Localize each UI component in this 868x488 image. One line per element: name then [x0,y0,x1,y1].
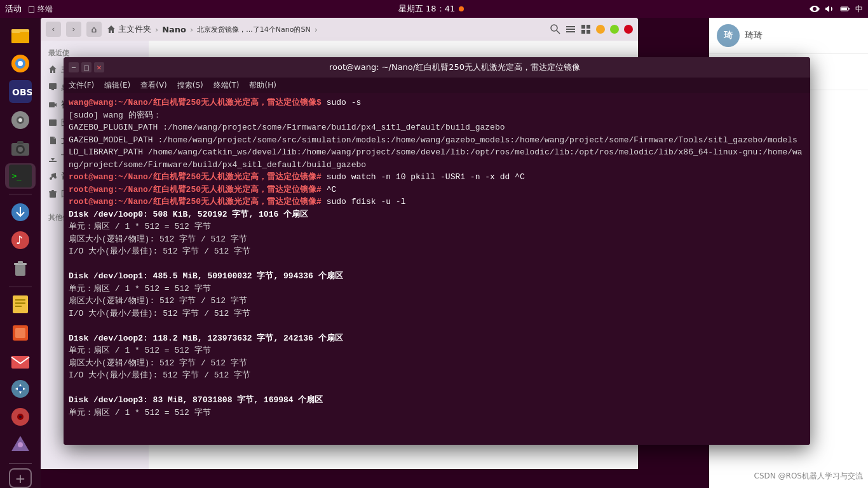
terminal-line: 单元：扇区 / 1 * 512 = 512 字节 [69,220,805,233]
nav-back-button[interactable]: ‹ [46,22,61,37]
output-text: 扇区大小(逻辑/物理): 512 字节 / 512 字节 [69,296,247,306]
terminal-line: 单元：扇区 / 1 * 512 = 512 字节 [69,344,805,357]
svg-rect-54 [49,161,57,162]
dock-item-files[interactable] [5,23,36,48]
menu-edit[interactable]: 编辑(E) [104,80,130,91]
datetime-label: 星期五 18：41 [398,3,455,15]
svg-rect-44 [566,31,575,32]
terminal-line: GAZEBO_PLUGIN_PATH :/home/wang/project/s… [69,121,805,134]
svg-rect-25 [18,261,23,264]
dock-item-obs[interactable]: OBS [5,79,36,104]
dock-item-firefox[interactable] [5,51,36,76]
list-view-icon[interactable] [566,24,576,34]
dock-item-layers[interactable] [5,320,36,346]
volume-icon[interactable] [825,4,835,14]
network-icon[interactable] [810,4,820,14]
terminal-close-button[interactable]: ✕ [94,62,104,72]
menu-terminal[interactable]: 终端(T) [214,80,240,91]
output-text: 扇区大小(逻辑/物理): 512 字节 / 512 字节 [69,358,247,368]
prompt-text: wang@wang:~/Nano/红白机臂250无人机激光定高，雷达定位镜像$ [69,98,322,107]
terminal-line: 扇区大小(逻辑/物理): 512 字节 / 512 字节 [69,357,805,370]
trash-icon [48,189,57,198]
terminal-body[interactable]: wang@wang:~/Nano/红白机臂250无人机激光定高，雷达定位镜像$ … [64,93,810,445]
breadcrumb-nano[interactable]: Nano [162,25,186,34]
dock-item-camera[interactable] [5,135,36,161]
home-icon [48,65,57,74]
battery-icon[interactable] [840,4,850,14]
dock-item-trash[interactable] [5,255,36,281]
dock-separator-3 [9,463,32,464]
output-text: I/O 大小(最小/最佳): 512 字节 / 512 字节 [69,247,250,256]
dock-add-button[interactable]: + [9,468,32,488]
menu-view[interactable]: 查看(V) [140,80,167,91]
svg-rect-4 [11,32,29,43]
terminal-title: root@wang: ~/Nano/红白机臂250无人机激光定高，雷达定位镜像 [104,62,805,73]
command-text: sudo fdisk -u -l [322,197,406,207]
svg-rect-45 [581,25,585,29]
prompt-text: root@wang:~/Nano/红白机臂250无人机激光定高，雷达定位镜像# [69,197,322,207]
window-maximize-button[interactable] [610,25,619,34]
breadcrumb-sub[interactable]: 北京发货镜像，...了14个Nano的SN [197,25,310,34]
video-icon [48,100,57,109]
terminal-line: 扇区大小(逻辑/物理): 512 字节 / 512 字节 [69,233,805,246]
notification-dot [459,6,464,11]
breadcrumb: 主文件夹 › Nano › 北京发货镜像，...了14个Nano的SN › [107,24,545,35]
command-text: ^C [322,185,336,194]
svg-rect-32 [11,356,29,369]
breadcrumb-home[interactable]: 主文件夹 [107,24,151,35]
svg-rect-48 [587,30,590,34]
menu-file[interactable]: 文件(F) [69,80,94,91]
terminal-line: wang@wang:~/Nano/红白机臂250无人机激光定高，雷达定位镜像$ … [69,97,805,109]
svg-text:♪: ♪ [16,233,24,247]
activities-label[interactable]: 活动 [5,3,22,15]
svg-rect-5 [11,29,20,33]
dock-item-mail[interactable] [5,348,36,374]
breadcrumb-sep3: › [315,25,318,34]
grid-view-icon[interactable] [581,24,591,34]
nav-up-button[interactable]: ⌂ [86,22,102,37]
command-text: sudo watch -n 10 pkill -USR1 -n -x dd ^C [322,172,525,182]
dock-item-terminal[interactable]: >_ [5,163,36,189]
output-bold: Disk /dev/loop1: 485.5 MiB, 509100032 字节… [69,271,343,281]
download-icon [48,154,57,163]
dock-item-settings[interactable] [5,107,36,133]
menu-help[interactable]: 帮助(H) [249,80,276,91]
svg-rect-58 [49,191,57,193]
svg-rect-23 [15,264,25,276]
dock-item-downloads[interactable] [5,200,36,225]
window-close-button[interactable] [624,25,633,34]
output-text: I/O 大小(最小/最佳): 512 字节 / 512 字节 [69,309,250,318]
dock-item-cd[interactable] [5,404,36,430]
terminal-window: ─ □ ✕ root@wang: ~/Nano/红白机臂250无人机激光定高，雷… [64,57,810,445]
terminal-line [69,258,805,271]
terminal-line: 单元：扇区 / 1 * 512 = 512 字节 [69,283,805,295]
window-minimize-button[interactable] [596,25,605,34]
terminal-maximize-button[interactable]: □ [81,62,92,72]
dock-item-triangle[interactable] [5,432,36,458]
terminal-line: root@wang:~/Nano/红白机臂250无人机激光定高，雷达定位镜像# … [69,171,805,184]
terminal-line: root@wang:~/Nano/红白机臂250无人机激光定高，雷达定位镜像# … [69,196,805,208]
menu-search[interactable]: 搜索(S) [177,80,203,91]
search-icon[interactable] [550,24,560,34]
dock-item-notes[interactable] [5,292,36,317]
terminal-line: LD_LIBRARY_PATH /home/wang/catkin_ws/dev… [69,146,805,171]
terminal-titlebar: ─ □ ✕ root@wang: ~/Nano/红白机臂250无人机激光定高，雷… [64,57,810,78]
terminal-label[interactable]: □ 终端 [28,4,53,15]
lang-label[interactable]: 中 [855,4,863,15]
svg-rect-49 [49,83,57,89]
nautilus-toolbar-right [550,24,633,34]
svg-point-34 [18,386,23,391]
breadcrumb-sep2: › [190,25,193,34]
output-text: GAZEBO_MODEL_PATH :/home/wang/project/so… [69,135,797,145]
terminal-line: I/O 大小(最小/最佳): 512 字节 / 512 字节 [69,308,805,320]
nav-forward-button[interactable]: › [66,22,81,37]
terminal-line: 扇区大小(逻辑/物理): 512 字节 / 512 字节 [69,295,805,308]
chat-item-qiqi[interactable]: 琦 琦琦 [709,18,868,54]
svg-text:>_: >_ [12,172,22,180]
output-text: I/O 大小(最小/最佳): 512 字节 / 512 字节 [69,370,250,380]
dock-item-music[interactable]: ♪ [5,227,36,253]
dock: OBS >_ ♪ + [0,18,41,488]
terminal-minimize-button[interactable]: ─ [69,62,79,72]
terminal-line: I/O 大小(最小/最佳): 512 字节 / 512 字节 [69,245,805,258]
dock-item-gear2[interactable] [5,376,36,402]
